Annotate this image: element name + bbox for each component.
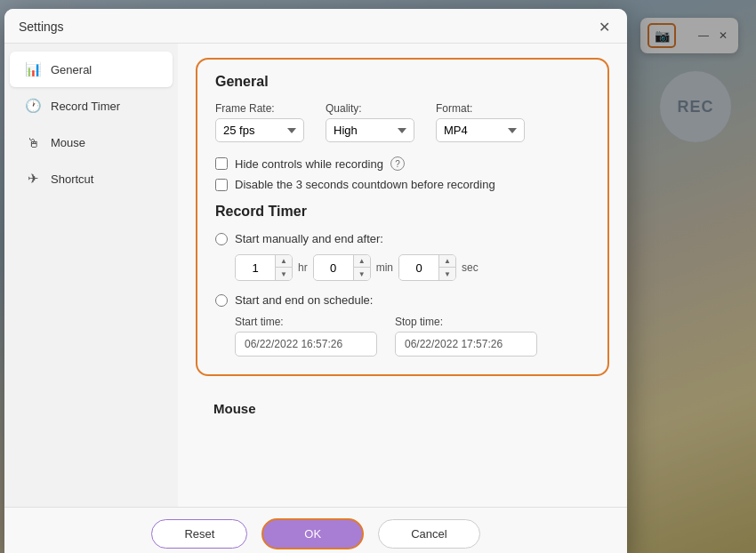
hide-controls-checkbox[interactable] — [215, 157, 228, 170]
settings-dialog: Settings ✕ 📊 General 🕐 Record Timer 🖱 Mo… — [4, 9, 627, 553]
title-bar: Settings ✕ — [4, 9, 627, 44]
hr-unit: hr — [298, 261, 308, 274]
mouse-preview: Mouse — [196, 390, 609, 423]
frame-rate-label: Frame Rate: — [215, 102, 304, 115]
min-unit: min — [376, 261, 393, 274]
settings-row: Frame Rate: 15 fps 20 fps 25 fps 30 fps … — [215, 102, 590, 142]
sec-unit: sec — [462, 261, 479, 274]
sec-spinner-down[interactable]: ▼ — [439, 268, 455, 280]
manually-label: Start manually and end after: — [235, 232, 383, 245]
start-time-label: Start time: — [235, 316, 377, 328]
sec-input[interactable]: 0 — [399, 257, 438, 279]
hr-spinner-down[interactable]: ▼ — [276, 268, 292, 280]
reset-button[interactable]: Reset — [151, 519, 247, 549]
hr-input[interactable]: 1 — [236, 257, 275, 279]
format-field: Format: MP4 MOV AVI GIF — [436, 102, 525, 142]
quality-label: Quality: — [326, 102, 414, 115]
min-input-wrapper: 0 ▲ ▼ — [313, 254, 371, 281]
start-time-field: Start time: 06/22/2022 16:57:26 — [235, 316, 377, 357]
min-input[interactable]: 0 — [314, 257, 353, 279]
sec-input-wrapper: 0 ▲ ▼ — [398, 254, 456, 281]
hide-controls-row: Hide controls while recording ? — [215, 156, 590, 171]
sidebar-item-general[interactable]: 📊 General — [10, 52, 173, 87]
schedule-radio[interactable] — [215, 294, 228, 307]
sidebar-label-record-timer: Record Timer — [51, 100, 120, 113]
general-icon: 📊 — [24, 60, 42, 78]
dialog-title: Settings — [19, 20, 64, 34]
disable-countdown-row: Disable the 3 seconds countdown before r… — [215, 178, 590, 191]
sidebar-label-shortcut: Shortcut — [51, 172, 93, 186]
record-timer-icon: 🕐 — [24, 97, 42, 115]
format-select[interactable]: MP4 MOV AVI GIF — [436, 118, 525, 142]
general-section-box: General Frame Rate: 15 fps 20 fps 25 fps… — [196, 58, 609, 376]
dialog-body: 📊 General 🕐 Record Timer 🖱 Mouse ✈ Short… — [4, 44, 627, 507]
schedule-inputs: Start time: 06/22/2022 16:57:26 Stop tim… — [235, 316, 590, 357]
schedule-label: Start and end on schedule: — [235, 293, 373, 307]
min-spinner-up[interactable]: ▲ — [354, 255, 370, 268]
frame-rate-field: Frame Rate: 15 fps 20 fps 25 fps 30 fps … — [215, 102, 304, 142]
disable-countdown-label: Disable the 3 seconds countdown before r… — [235, 178, 495, 191]
sec-spinner-up[interactable]: ▲ — [439, 255, 455, 268]
hr-spinner-up[interactable]: ▲ — [276, 255, 292, 268]
frame-rate-select[interactable]: 15 fps 20 fps 25 fps 30 fps 60 fps — [215, 118, 304, 142]
min-spinners: ▲ ▼ — [353, 255, 370, 280]
sidebar-label-general: General — [51, 63, 92, 76]
sidebar: 📊 General 🕐 Record Timer 🖱 Mouse ✈ Short… — [4, 44, 178, 507]
sidebar-item-record-timer[interactable]: 🕐 Record Timer — [10, 88, 173, 124]
cancel-button[interactable]: Cancel — [378, 519, 479, 549]
shortcut-icon: ✈ — [24, 170, 42, 188]
stop-time-label: Stop time: — [395, 316, 537, 328]
min-spinner-down[interactable]: ▼ — [354, 268, 370, 280]
manually-radio-row: Start manually and end after: — [215, 232, 590, 245]
dialog-close-button[interactable]: ✕ — [595, 18, 613, 36]
ok-button[interactable]: OK — [261, 518, 364, 549]
stop-time-input[interactable]: 06/22/2022 17:57:26 — [395, 332, 537, 357]
quality-field: Quality: Low Medium High Very High — [326, 102, 414, 142]
general-section-title: General — [215, 74, 590, 90]
stop-time-field: Stop time: 06/22/2022 17:57:26 — [395, 316, 537, 357]
hr-spinners: ▲ ▼ — [275, 255, 292, 280]
sidebar-label-mouse: Mouse — [51, 136, 85, 149]
dialog-footer: Reset OK Cancel — [4, 507, 627, 553]
hr-input-wrapper: 1 ▲ ▼ — [235, 254, 293, 281]
main-content: General Frame Rate: 15 fps 20 fps 25 fps… — [178, 44, 627, 507]
sec-spinners: ▲ ▼ — [438, 255, 455, 280]
mouse-icon: 🖱 — [24, 133, 42, 151]
timer-inputs: 1 ▲ ▼ hr 0 ▲ ▼ — [235, 254, 590, 281]
manually-radio[interactable] — [215, 233, 228, 245]
schedule-radio-row: Start and end on schedule: — [215, 293, 590, 307]
sidebar-item-shortcut[interactable]: ✈ Shortcut — [10, 161, 173, 196]
start-time-input[interactable]: 06/22/2022 16:57:26 — [235, 332, 377, 357]
mouse-section-title: Mouse — [213, 401, 591, 416]
hide-controls-label: Hide controls while recording — [235, 157, 383, 171]
timer-section: Record Timer Start manually and end afte… — [215, 204, 590, 357]
disable-countdown-checkbox[interactable] — [215, 179, 228, 191]
sidebar-item-mouse[interactable]: 🖱 Mouse — [10, 124, 173, 160]
record-timer-section-title: Record Timer — [215, 204, 590, 220]
format-label: Format: — [436, 102, 525, 115]
quality-select[interactable]: Low Medium High Very High — [326, 118, 414, 142]
help-icon[interactable]: ? — [390, 156, 405, 171]
